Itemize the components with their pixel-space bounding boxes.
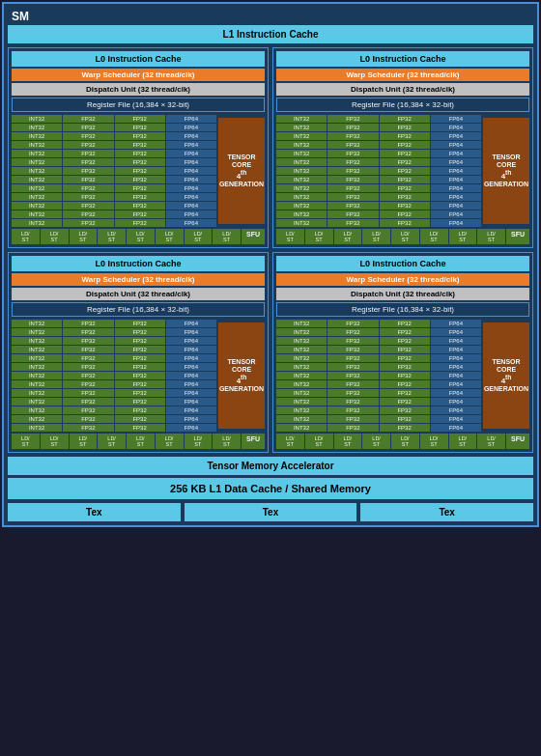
fp-row: INT32FP32FP32FP64 — [12, 389, 216, 397]
q4-fp-grid: INT32FP32FP32FP64 INT32FP32FP32FP64 INT3… — [276, 320, 481, 432]
fp-row: INT32FP32FP32FP64 — [276, 346, 481, 353]
q2-warp-scheduler: Warp Scheduler (32 thread/clk) — [276, 69, 529, 81]
q4-dispatch-unit: Dispatch Unit (32 thread/clk) — [276, 288, 529, 300]
fp-row: INT32FP32FP32FP64 — [12, 398, 216, 406]
q1-tensor-core-wrapper: TENSOR CORE 4th GENERATION — [218, 115, 265, 227]
fp-row: INT32FP32FP32FP64 — [12, 328, 216, 336]
fp-row: INT32FP32FP32FP64 — [276, 115, 481, 123]
fp-row: INT32FP32FP32FP64 — [12, 167, 216, 175]
fp-row: INT32FP32FP32FP64 — [12, 337, 216, 345]
tex-row: Tex Tex Tex — [8, 503, 533, 521]
q2-sfu: SFU — [506, 229, 529, 244]
q3-warp-scheduler: Warp Scheduler (32 thread/clk) — [12, 273, 265, 286]
fp-row: INT32FP32FP32FP64 — [12, 210, 216, 218]
q2-dispatch-unit: Dispatch Unit (32 thread/clk) — [276, 83, 529, 96]
fp-row: INT32FP32FP32FP64 — [276, 363, 481, 371]
fp-row: INT32FP32FP32FP64 — [276, 150, 481, 157]
fp-row: INT32FP32FP32FP64 — [276, 398, 481, 406]
q1-compute-area: INT32FP32FP32FP64 INT32FP32FP32FP64 INT3… — [12, 115, 265, 227]
q3-l0-cache: L0 Instruction Cache — [12, 256, 265, 271]
fp-row: INT32FP32FP32FP64 — [12, 346, 216, 353]
fp-row: INT32FP32FP32FP64 — [12, 363, 216, 371]
fp-row: INT32FP32FP32FP64 — [276, 219, 481, 227]
fp-row: INT32FP32FP32FP64 — [276, 193, 481, 201]
fp-row: INT32FP32FP32FP64 — [276, 372, 481, 379]
fp-row: INT32FP32FP32FP64 — [276, 406, 481, 414]
fp-row: INT32FP32FP32FP64 — [276, 415, 481, 423]
top-quadrant-row: L0 Instruction Cache Warp Scheduler (32 … — [8, 47, 533, 248]
fp-row: INT32FP32FP32FP64 — [12, 124, 216, 131]
quadrant-2: L0 Instruction Cache Warp Scheduler (32 … — [272, 47, 533, 248]
fp-row: INT32FP32FP32FP64 — [276, 337, 481, 345]
fp-row: INT32FP32FP32FP64 — [276, 158, 481, 166]
quadrant-3: L0 Instruction Cache Warp Scheduler (32 … — [8, 252, 269, 453]
q4-compute-area: INT32FP32FP32FP64 INT32FP32FP32FP64 INT3… — [276, 320, 529, 432]
tex-unit-3: Tex — [360, 503, 533, 521]
sm-title: SM — [12, 10, 29, 23]
q3-ld-st-row: LD/ST LD/ST LD/ST LD/ST LD/ST LD/ST LD/S… — [12, 434, 265, 449]
q4-sfu: SFU — [506, 434, 529, 449]
fp-row: INT32FP32FP32FP64 — [12, 132, 216, 140]
fp-row: INT32FP32FP32FP64 — [276, 210, 481, 218]
q1-fp-grid: INT32FP32FP32FP64 INT32FP32FP32FP64 INT3… — [12, 115, 216, 227]
q2-compute-area: INT32FP32FP32FP64 INT32FP32FP32FP64 INT3… — [276, 115, 529, 227]
q3-tensor-core: TENSOR CORE 4th GENERATION — [218, 322, 265, 429]
fp-row: INT32FP32FP32FP64 — [12, 141, 216, 149]
q2-l0-cache: L0 Instruction Cache — [276, 51, 529, 67]
fp-row: INT32FP32FP32FP64 — [276, 320, 481, 327]
q4-ld-st-row: LD/ST LD/ST LD/ST LD/ST LD/ST LD/ST LD/S… — [276, 434, 529, 449]
q4-tensor-core: TENSOR CORE 4th GENERATION — [483, 322, 529, 429]
fp-row: INT32FP32FP32FP64 — [276, 424, 481, 432]
q3-dispatch-unit: Dispatch Unit (32 thread/clk) — [12, 288, 265, 300]
fp-row: INT32FP32FP32FP64 — [12, 115, 216, 123]
q1-dispatch-unit: Dispatch Unit (32 thread/clk) — [12, 83, 265, 96]
fp-row: INT32FP32FP32FP64 — [12, 184, 216, 192]
bottom-quadrant-row: L0 Instruction Cache Warp Scheduler (32 … — [8, 252, 533, 453]
fp-row: INT32FP32FP32FP64 — [12, 193, 216, 201]
fp-row: INT32FP32FP32FP64 — [12, 150, 216, 157]
fp-row: INT32FP32FP32FP64 — [12, 424, 216, 432]
q4-warp-scheduler: Warp Scheduler (32 thread/clk) — [276, 273, 529, 286]
q1-l0-cache: L0 Instruction Cache — [12, 51, 265, 67]
q2-ld-st-row: LD/ST LD/ST LD/ST LD/ST LD/ST LD/ST LD/S… — [276, 229, 529, 244]
q1-tensor-core: TENSOR CORE 4th GENERATION — [218, 118, 265, 224]
fp-row: INT32FP32FP32FP64 — [276, 132, 481, 140]
fp-row: INT32FP32FP32FP64 — [12, 415, 216, 423]
q2-tensor-core: TENSOR CORE 4th GENERATION — [483, 118, 529, 224]
fp-row: INT32FP32FP32FP64 — [276, 184, 481, 192]
q3-compute-area: INT32FP32FP32FP64 INT32FP32FP32FP64 INT3… — [12, 320, 265, 432]
q3-register-file: Register File (16,384 × 32-bit) — [12, 302, 265, 317]
q4-l0-cache: L0 Instruction Cache — [276, 256, 529, 271]
q4-tensor-core-wrapper: TENSOR CORE 4th GENERATION — [483, 320, 529, 432]
fp-row: INT32FP32FP32FP64 — [12, 406, 216, 414]
fp-row: INT32FP32FP32FP64 — [276, 176, 481, 183]
q2-fp-grid: INT32FP32FP32FP64 INT32FP32FP32FP64 INT3… — [276, 115, 481, 227]
fp-row: INT32FP32FP32FP64 — [12, 158, 216, 166]
quadrant-1: L0 Instruction Cache Warp Scheduler (32 … — [8, 47, 269, 248]
fp-row: INT32FP32FP32FP64 — [276, 389, 481, 397]
q2-tensor-core-wrapper: TENSOR CORE 4th GENERATION — [483, 115, 529, 227]
q1-warp-scheduler: Warp Scheduler (32 thread/clk) — [12, 69, 265, 81]
fp-row: INT32FP32FP32FP64 — [276, 141, 481, 149]
tex-unit-2: Tex — [185, 503, 357, 521]
fp-row: INT32FP32FP32FP64 — [276, 380, 481, 388]
fp-row: INT32FP32FP32FP64 — [276, 354, 481, 362]
fp-row: INT32FP32FP32FP64 — [276, 124, 481, 131]
l1-data-cache: 256 KB L1 Data Cache / Shared Memory — [8, 478, 533, 499]
fp-row: INT32FP32FP32FP64 — [12, 380, 216, 388]
q4-register-file: Register File (16,384 × 32-bit) — [276, 302, 529, 317]
fp-row: INT32FP32FP32FP64 — [12, 219, 216, 227]
q1-ld-st-row: LD/ST LD/ST LD/ST LD/ST LD/ST LD/ST LD/S… — [12, 229, 265, 244]
tensor-memory-accelerator: Tensor Memory Accelerator — [8, 457, 533, 475]
fp-row: INT32FP32FP32FP64 — [12, 320, 216, 327]
q1-register-file: Register File (16,384 × 32-bit) — [12, 98, 265, 112]
fp-row: INT32FP32FP32FP64 — [12, 202, 216, 210]
q3-sfu: SFU — [242, 434, 265, 449]
fp-row: INT32FP32FP32FP64 — [12, 372, 216, 379]
quadrant-4: L0 Instruction Cache Warp Scheduler (32 … — [272, 252, 533, 453]
fp-row: INT32FP32FP32FP64 — [12, 176, 216, 183]
fp-row: INT32FP32FP32FP64 — [276, 202, 481, 210]
fp-row: INT32FP32FP32FP64 — [276, 167, 481, 175]
q3-tensor-core-wrapper: TENSOR CORE 4th GENERATION — [218, 320, 265, 432]
q3-fp-grid: INT32FP32FP32FP64 INT32FP32FP32FP64 INT3… — [12, 320, 216, 432]
